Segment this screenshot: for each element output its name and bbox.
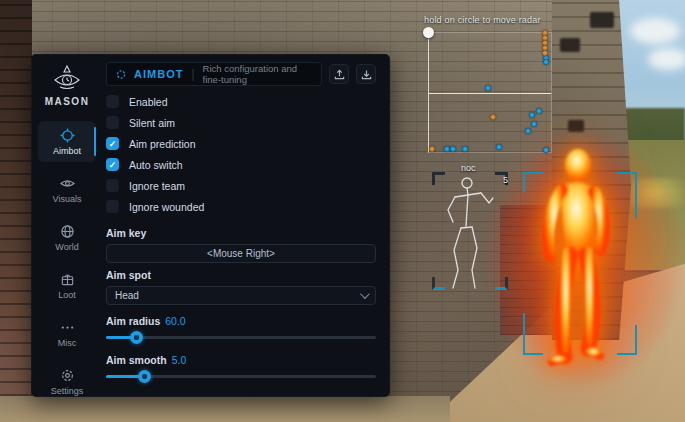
checkbox-silent-aim[interactable]: Silent aim (106, 116, 376, 129)
ellipsis-icon (60, 320, 75, 335)
radar-horizon-line (429, 93, 551, 94)
slider-track (106, 336, 376, 339)
radar-dot-blue (450, 146, 456, 152)
radar-widget (428, 32, 552, 153)
radar-drag-handle[interactable] (423, 27, 434, 38)
brand-logo: MASON (45, 63, 90, 107)
checkbox-box (106, 95, 119, 108)
radar-dot-orange (542, 50, 548, 56)
page-title: AIMBOT (134, 68, 183, 80)
globe-icon (60, 224, 75, 239)
radar-dot-blue (531, 121, 537, 127)
radar-dot-blue (543, 59, 549, 65)
header-title-bar: AIMBOT | Rich configuration and fine-tun… (106, 62, 322, 86)
radar-dot-orange (490, 114, 496, 120)
scope-circle-icon (116, 68, 126, 81)
aim-key-label: Aim key (106, 227, 376, 239)
radar-dot-blue (529, 112, 535, 118)
player-esp-box (523, 172, 637, 355)
panel-header: AIMBOT | Rich configuration and fine-tun… (106, 62, 376, 86)
sidebar-item-label: Misc (58, 338, 77, 348)
esp-corner (617, 172, 637, 218)
chevron-down-icon (360, 289, 370, 299)
checkbox-label: Auto switch (129, 159, 183, 171)
radar-dot-blue (485, 85, 491, 91)
checkbox-label: Silent aim (129, 117, 175, 129)
slider-value: 60.0 (165, 315, 185, 327)
export-config-button[interactable] (329, 64, 349, 84)
sidebar-item-settings[interactable]: Settings (38, 361, 96, 402)
aim-key-button[interactable]: <Mouse Right> (106, 244, 376, 263)
checkbox-box (106, 179, 119, 192)
checkbox-label: Aim prediction (129, 138, 196, 150)
checkbox-box (106, 200, 119, 213)
sidebar-item-label: Settings (51, 386, 84, 396)
radar-dot-blue (462, 146, 468, 152)
radar-dot-blue (525, 128, 531, 134)
aim-smooth-slider[interactable] (106, 370, 376, 383)
esp-corner (523, 313, 543, 355)
skeleton-esp (432, 170, 508, 292)
checkbox-label: Ignore wounded (129, 201, 204, 213)
import-config-button[interactable] (356, 64, 376, 84)
sidebar-item-label: World (55, 242, 78, 252)
cheat-menu-panel: MASON Aimbot Visuals World (31, 54, 390, 397)
checkbox-box (106, 158, 119, 171)
aim-smooth-slider-block: Aim smooth 5.0 (106, 353, 376, 383)
sidebar-item-loot[interactable]: Loot (38, 265, 96, 306)
slider-handle[interactable] (138, 370, 151, 383)
checkbox-auto-switch[interactable]: Auto switch (106, 158, 376, 171)
aim-radius-slider[interactable] (106, 331, 376, 344)
loot-box-icon (60, 272, 75, 287)
sidebar-item-label: Loot (58, 290, 76, 300)
checkbox-label: Enabled (129, 96, 168, 108)
upload-icon (334, 69, 345, 80)
checkbox-label: Ignore team (129, 180, 185, 192)
page-subtitle: Rich configuration and fine-tuning (203, 63, 312, 85)
checkbox-aim-prediction[interactable]: Aim prediction (106, 137, 376, 150)
aim-spot-label: Aim spot (106, 269, 376, 281)
checkbox-enabled[interactable]: Enabled (106, 95, 376, 108)
header-separator: | (191, 67, 194, 81)
sidebar-item-label: Aimbot (53, 146, 81, 156)
radar-hint-text: hold on circle to move radar (424, 15, 541, 25)
game-screen: noc 5 hold on circle to move radar (0, 0, 685, 422)
slider-value: 5.0 (172, 354, 187, 366)
checkbox-box (106, 137, 119, 150)
slider-label: Aim smooth (106, 354, 167, 366)
radar-dot-blue (536, 108, 542, 114)
gear-icon (60, 368, 75, 383)
crosshair-icon (60, 128, 75, 143)
aim-radius-slider-block: Aim radius 60.0 (106, 314, 376, 344)
sidebar-item-aimbot[interactable]: Aimbot (38, 121, 96, 162)
checkbox-ignore-wounded[interactable]: Ignore wounded (106, 200, 376, 213)
eye-icon (60, 176, 75, 191)
sidebar-item-visuals[interactable]: Visuals (38, 169, 96, 210)
radar-dot-blue (543, 147, 549, 153)
mason-eye-logo-icon (52, 63, 82, 93)
sidebar-item-world[interactable]: World (38, 217, 96, 258)
sidebar-item-label: Visuals (53, 194, 82, 204)
panel-content: AIMBOT | Rich configuration and fine-tun… (102, 55, 389, 396)
checkbox-group: Enabled Silent aim Aim prediction Auto s… (106, 95, 376, 221)
esp-corner (523, 172, 543, 192)
slider-label: Aim radius (106, 315, 160, 327)
aim-spot-select[interactable]: Head (106, 286, 376, 305)
sidebar: MASON Aimbot Visuals World (32, 55, 102, 396)
radar-dot-blue (496, 144, 502, 150)
checkbox-ignore-team[interactable]: Ignore team (106, 179, 376, 192)
checkbox-box (106, 116, 119, 129)
radar-dot-orange (429, 146, 435, 152)
brand-name: MASON (45, 96, 90, 107)
download-icon (361, 69, 372, 80)
aim-spot-value: Head (115, 290, 360, 301)
slider-handle[interactable] (130, 331, 143, 344)
esp-corner (617, 325, 637, 355)
sidebar-item-misc[interactable]: Misc (38, 313, 96, 354)
